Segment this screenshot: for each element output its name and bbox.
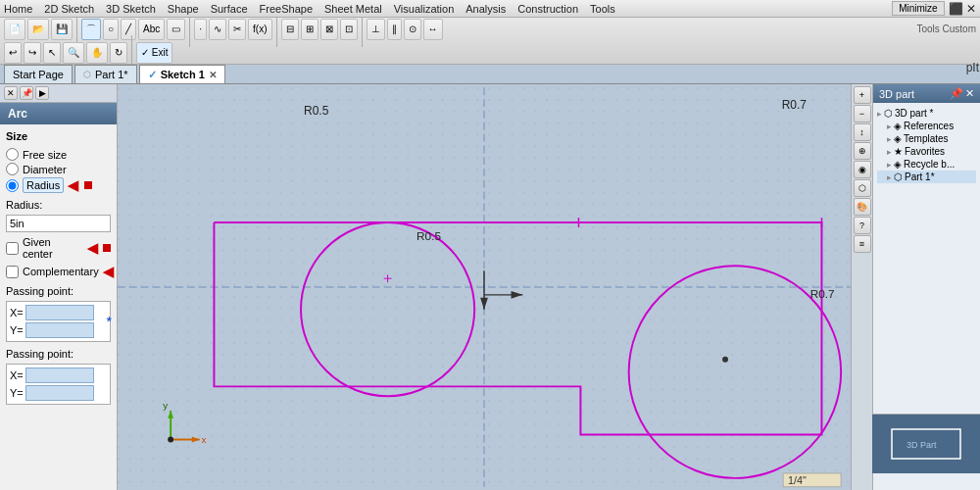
toolbar-redo[interactable]: ↪ bbox=[24, 42, 41, 64]
tree-item-3dpart[interactable]: ▸ ⬡ 3D part * bbox=[877, 107, 976, 120]
radius-radio[interactable] bbox=[6, 179, 19, 192]
menu-surface[interactable]: Surface bbox=[211, 3, 248, 15]
complementary-checkbox[interactable] bbox=[6, 266, 19, 278]
tool-btn-6[interactable]: ⬡ bbox=[854, 179, 871, 197]
tree-item-templates[interactable]: ▸ ◈ Templates bbox=[877, 132, 976, 145]
given-center-option[interactable]: Given center ◀ bbox=[6, 236, 111, 260]
arc-panel-title: Arc bbox=[8, 107, 27, 121]
menu-freeshape[interactable]: FreeShape bbox=[260, 3, 313, 15]
toolbar-zoom[interactable]: 🔍 bbox=[63, 42, 84, 64]
tab-part1[interactable]: ⬡ Part 1* bbox=[74, 65, 137, 83]
panel-pin-btn[interactable]: 📌 bbox=[20, 86, 33, 100]
diameter-radio[interactable] bbox=[6, 163, 19, 175]
menu-3dsketch[interactable]: 3D Sketch bbox=[106, 3, 156, 15]
toolbar-area: 📄 📂 💾 ⌒ ○ ╱ Abc ▭ · ∿ ✂ f(x) ⊟ ⊞ ⊠ ⊡ ⊥ ∥… bbox=[0, 18, 980, 65]
tool-btn-5[interactable]: ◉ bbox=[854, 161, 871, 178]
free-size-radio[interactable] bbox=[6, 148, 19, 161]
toolbar-constraint1[interactable]: ⊥ bbox=[367, 19, 385, 40]
radius-arrow-icon: ◀ bbox=[68, 177, 78, 193]
tool-btn-7[interactable]: 🎨 bbox=[854, 198, 871, 216]
menu-2dsketch[interactable]: 2D Sketch bbox=[44, 3, 94, 15]
x1-input[interactable] bbox=[25, 305, 94, 320]
passing-point-1-group: X= Y= * bbox=[6, 301, 111, 342]
tree-item-recycle[interactable]: ▸ ◈ Recycle b... bbox=[877, 158, 976, 171]
complementary-option[interactable]: Complementary ◀ bbox=[6, 264, 111, 279]
radius-indicator bbox=[84, 181, 92, 189]
menu-analysis[interactable]: Analysis bbox=[466, 3, 506, 15]
tool-btn-9[interactable]: ≡ bbox=[854, 235, 871, 253]
toolbar-new[interactable]: 📄 bbox=[4, 19, 25, 40]
toolbar-dimension[interactable]: ↔ bbox=[423, 19, 443, 40]
toolbar-undo[interactable]: ↩ bbox=[4, 42, 22, 64]
svg-text:y: y bbox=[163, 400, 168, 411]
svg-text:3D Part: 3D Part bbox=[906, 440, 937, 450]
size-options: Free size Diameter Radius ◀ bbox=[6, 148, 111, 193]
tool-btn-1[interactable]: + bbox=[854, 86, 871, 104]
minimize-button[interactable]: Minimize bbox=[892, 1, 944, 16]
tool-btn-2[interactable]: − bbox=[854, 105, 871, 122]
y1-row: Y= bbox=[10, 322, 107, 338]
menu-shape[interactable]: Shape bbox=[168, 3, 199, 15]
y1-input[interactable] bbox=[25, 322, 94, 338]
panel-close-btn[interactable]: ✕ bbox=[4, 86, 18, 100]
right-panel-close-icon[interactable]: ✕ bbox=[965, 87, 974, 100]
svg-point-15 bbox=[722, 357, 728, 363]
diameter-option[interactable]: Diameter bbox=[6, 163, 111, 175]
tree-item-favorites[interactable]: ▸ ★ Favorites bbox=[877, 145, 976, 158]
toolbar-arc[interactable]: ⌒ bbox=[81, 19, 101, 40]
tree-item-part1[interactable]: ▸ ⬡ Part 1* bbox=[877, 171, 976, 183]
arc-panel-content: Size Free size Diameter Radius ◀ Radius: bbox=[0, 124, 117, 411]
tab-close-sketch1[interactable]: ✕ bbox=[209, 70, 217, 80]
toolbar-trim[interactable]: ✂ bbox=[228, 19, 246, 40]
tab-sketch1[interactable]: ✓ Sketch 1 ✕ bbox=[139, 65, 225, 83]
toolbar-spline[interactable]: ∿ bbox=[209, 19, 226, 40]
tab-start-page[interactable]: Start Page bbox=[4, 65, 73, 83]
tool-btn-3[interactable]: ↕ bbox=[854, 123, 871, 141]
tool-btn-4[interactable]: ⊕ bbox=[854, 142, 871, 160]
toolbar-open[interactable]: 📂 bbox=[27, 19, 49, 40]
toolbar-abc[interactable]: Abc bbox=[138, 19, 165, 40]
toolbar-constraint3[interactable]: ⊙ bbox=[404, 19, 421, 40]
expand-icon-5: ▸ bbox=[887, 160, 892, 170]
free-size-option[interactable]: Free size bbox=[6, 148, 111, 161]
toolbar-select[interactable]: ↖ bbox=[43, 42, 61, 64]
y1-label: Y= bbox=[10, 324, 24, 336]
toolbar-save[interactable]: 💾 bbox=[51, 19, 73, 40]
toolbar-view1[interactable]: ⊟ bbox=[281, 19, 299, 40]
toolbar-rotate[interactable]: ↻ bbox=[110, 42, 127, 64]
toolbar-point[interactable]: · bbox=[194, 19, 207, 40]
radius-value-input[interactable] bbox=[6, 215, 111, 232]
menu-visualization[interactable]: Visualization bbox=[394, 3, 455, 15]
toolbar-view3[interactable]: ⊠ bbox=[320, 19, 338, 40]
x2-input[interactable] bbox=[25, 368, 94, 383]
given-center-checkbox[interactable] bbox=[6, 242, 19, 255]
y2-input[interactable] bbox=[25, 385, 94, 401]
canvas-area[interactable]: R0.5 R0.7 x y 1/4" bbox=[118, 84, 851, 490]
toolbar-sketch-exit[interactable]: ✓ Exit bbox=[136, 42, 172, 64]
menu-tools[interactable]: Tools bbox=[590, 3, 615, 15]
menu-sheetmetal[interactable]: Sheet Metal bbox=[324, 3, 382, 15]
toolbar-rect[interactable]: ▭ bbox=[167, 19, 185, 40]
panel-arrow-btn[interactable]: ▶ bbox=[35, 86, 49, 100]
menu-home[interactable]: Home bbox=[4, 3, 32, 15]
menu-construction[interactable]: Construction bbox=[517, 3, 578, 15]
tree-item-references[interactable]: ▸ ◈ References bbox=[877, 120, 976, 132]
toolbar-circle[interactable]: ○ bbox=[103, 19, 119, 40]
x2-row: X= bbox=[10, 368, 107, 383]
toolbar-view4[interactable]: ⊡ bbox=[340, 19, 358, 40]
x1-row: X= bbox=[10, 305, 107, 320]
toolbar-constraint2[interactable]: ∥ bbox=[387, 19, 402, 40]
tools-custom-label: Tools Custom bbox=[916, 24, 976, 34]
toolbar-fx[interactable]: f(x) bbox=[248, 19, 271, 40]
tree-templates-icon: ◈ bbox=[894, 133, 902, 144]
y2-label: Y= bbox=[10, 387, 24, 399]
tool-btn-8[interactable]: ? bbox=[854, 217, 871, 234]
right-panel-pin-icon[interactable]: 📌 bbox=[950, 87, 963, 100]
toolbar-line[interactable]: ╱ bbox=[121, 19, 136, 40]
tree-3dpart-icon: ⬡ bbox=[884, 108, 893, 119]
radius-option[interactable]: Radius ◀ bbox=[6, 177, 111, 193]
main-area: ✕ 📌 ▶ Arc Size Free size Diameter Radius bbox=[0, 84, 980, 490]
toolbar-pan[interactable]: ✋ bbox=[86, 42, 108, 64]
window-controls[interactable]: ⬛ ✕ bbox=[949, 2, 976, 16]
toolbar-view2[interactable]: ⊞ bbox=[301, 19, 318, 40]
